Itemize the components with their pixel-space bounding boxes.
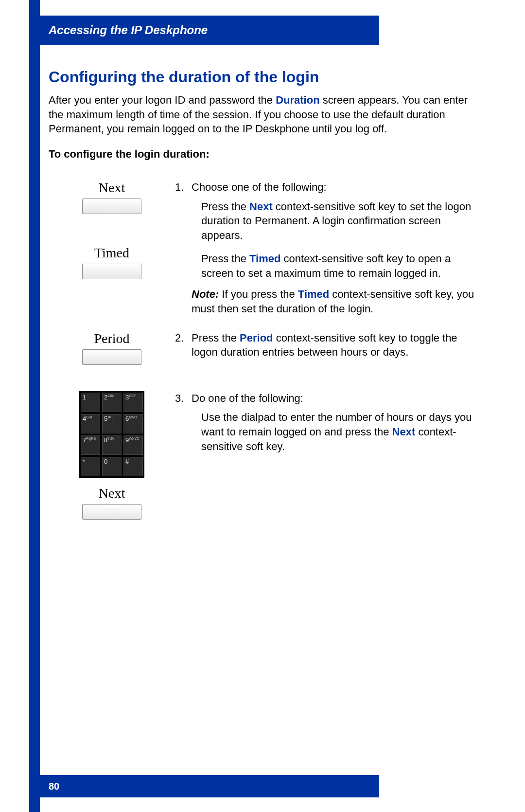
content-area: Configuring the duration of the login Af… xyxy=(49,58,479,536)
softkey-timed-button[interactable] xyxy=(82,264,141,279)
softkey-next2-button[interactable] xyxy=(82,504,141,520)
page-title: Configuring the duration of the login xyxy=(49,68,479,86)
next-keyword: Next xyxy=(249,200,273,213)
step-2-pre: Press the xyxy=(192,332,240,344)
step-1a-pre: Press the xyxy=(201,200,249,213)
dialpad-key-6[interactable]: 6MNO xyxy=(123,414,143,433)
intro-paragraph: After you enter your logon ID and passwo… xyxy=(49,93,479,136)
step-2-row: Period 2. Press the Period context-sensi… xyxy=(49,331,479,367)
dialpad-key-1[interactable]: 1 xyxy=(81,393,100,412)
page-number-bar: 80 xyxy=(29,775,379,797)
step3-next-keyword: Next xyxy=(392,426,416,438)
dialpad-key-4[interactable]: 4GHI xyxy=(81,414,100,433)
duration-keyword: Duration xyxy=(276,94,319,106)
period-keyword: Period xyxy=(240,332,273,344)
softkey-next-group: Next xyxy=(49,180,175,216)
section-header-title: Accessing the IP Deskphone xyxy=(49,23,208,37)
left-margin-bar xyxy=(29,0,40,812)
note-label: Note: xyxy=(192,288,219,300)
dialpad-key-8[interactable]: 8TUV xyxy=(102,435,122,455)
softkey-next-button[interactable] xyxy=(82,198,141,214)
step-2-text: 2. Press the Period context-sensitive so… xyxy=(175,331,479,360)
step-1-row: Next Timed 1. Choose one of the followin… xyxy=(49,180,479,316)
step-1-text: 1. Choose one of the following: Press th… xyxy=(175,180,479,316)
softkey-column-2: Period xyxy=(49,331,175,367)
step-2-number: 2. xyxy=(175,331,192,360)
step-1-number: 1. xyxy=(175,180,192,195)
note-timed-keyword: Timed xyxy=(298,288,329,300)
dialpad-key-5[interactable]: 5JKL xyxy=(102,414,122,433)
dialpad-icon[interactable]: 1 2ABC 3DEF 4GHI 5JKL 6MNO 7PQRS 8TUV 9W… xyxy=(79,391,144,478)
dialpad-key-3[interactable]: 3DEF xyxy=(123,393,143,412)
softkey-next-label: Next xyxy=(49,180,175,196)
softkey-column-1: Next Timed xyxy=(49,180,175,310)
softkey-column-3: 1 2ABC 3DEF 4GHI 5JKL 6MNO 7PQRS 8TUV 9W… xyxy=(49,391,175,522)
page-number: 80 xyxy=(49,781,59,792)
note-pre: If you press the xyxy=(219,288,298,300)
dialpad-key-7[interactable]: 7PQRS xyxy=(81,435,100,455)
softkey-timed-label: Timed xyxy=(49,245,175,261)
dialpad-key-2[interactable]: 2ABC xyxy=(102,393,122,412)
section-header-bar: Accessing the IP Deskphone xyxy=(29,16,379,45)
steps-container: Next Timed 1. Choose one of the followin… xyxy=(49,180,479,522)
document-page: Accessing the IP Deskphone Configuring t… xyxy=(0,0,525,812)
softkey-period-group: Period xyxy=(49,331,175,367)
timed-keyword: Timed xyxy=(249,253,280,265)
softkey-timed-group: Timed xyxy=(49,245,175,281)
procedure-subheading: To configure the login duration: xyxy=(49,148,479,161)
step-1-note: Note: If you press the Timed context-sen… xyxy=(175,287,479,316)
dialpad-key-hash[interactable]: # xyxy=(123,457,143,476)
dialpad-key-star[interactable]: * xyxy=(81,457,100,476)
step-3-option-a: Use the dialpad to enter the number of h… xyxy=(175,410,479,453)
softkey-period-label: Period xyxy=(49,331,175,346)
dialpad-key-9[interactable]: 9WXYZ xyxy=(123,435,143,455)
step-3-number: 3. xyxy=(175,391,192,406)
intro-text-pre: After you enter your logon ID and passwo… xyxy=(49,94,276,106)
softkey-next2-label: Next xyxy=(49,486,175,501)
softkey-period-button[interactable] xyxy=(82,349,141,365)
step-1-lead: Choose one of the following: xyxy=(192,180,479,195)
step-1b-pre: Press the xyxy=(201,253,249,265)
dialpad-key-0[interactable]: 0 xyxy=(102,457,122,476)
step-3-lead: Do one of the following: xyxy=(192,391,479,406)
dialpad-group: 1 2ABC 3DEF 4GHI 5JKL 6MNO 7PQRS 8TUV 9W… xyxy=(49,391,175,522)
step-1-option-a: Press the Next context-sensitive soft ke… xyxy=(175,199,479,243)
step-3-row: 1 2ABC 3DEF 4GHI 5JKL 6MNO 7PQRS 8TUV 9W… xyxy=(49,391,479,522)
step-2-body: Press the Period context-sensitive soft … xyxy=(192,331,479,360)
step-3-text: 3. Do one of the following: Use the dial… xyxy=(175,391,479,454)
step-1-option-b: Press the Timed context-sensitive soft k… xyxy=(175,252,479,280)
